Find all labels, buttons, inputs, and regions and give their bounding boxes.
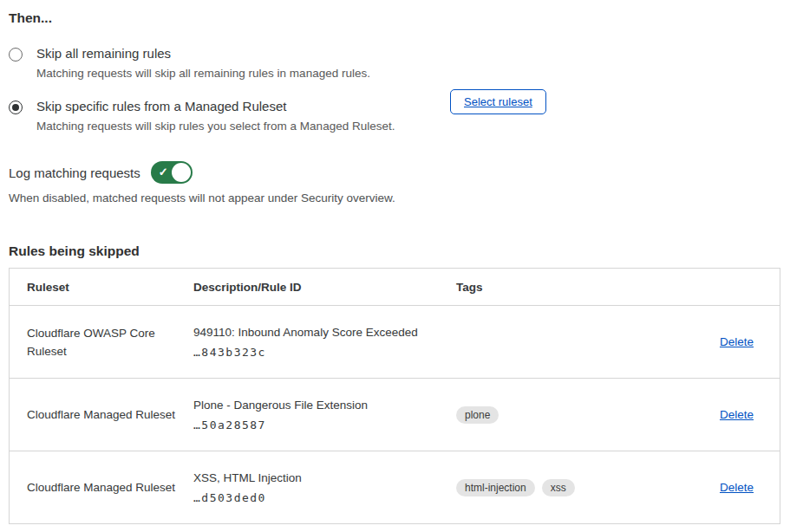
tag-pill: xss xyxy=(542,479,575,496)
rule-description: 949110: Inbound Anomaly Score Exceeded xyxy=(193,326,446,339)
tags-cell: plone xyxy=(456,406,689,424)
log-matching-requests-row: Log matching requests ✓ xyxy=(9,161,790,184)
delete-link[interactable]: Delete xyxy=(720,408,754,421)
then-section-title: Then... xyxy=(0,0,790,26)
ruleset-cell: Cloudflare OWASP Core Ruleset xyxy=(10,324,193,360)
rules-being-skipped-table: Ruleset Description/Rule ID Tags Cloudfl… xyxy=(9,268,780,524)
table-row: Cloudflare Managed Ruleset XSS, HTML Inj… xyxy=(10,451,780,523)
column-header-tags: Tags xyxy=(456,281,689,294)
ruleset-cell: Cloudflare Managed Ruleset xyxy=(10,405,193,424)
waf-rule-config-page: Then... Skip all remaining rules Matchin… xyxy=(0,0,790,532)
rule-description: Plone - Dangerous File Extension xyxy=(193,399,446,412)
column-header-ruleset: Ruleset xyxy=(10,281,193,294)
table-header-row: Ruleset Description/Rule ID Tags xyxy=(10,269,780,305)
option-label[interactable]: Skip specific rules from a Managed Rules… xyxy=(36,99,395,114)
radio-skip-specific-rules[interactable] xyxy=(9,101,23,114)
rule-description: XSS, HTML Injection xyxy=(193,471,446,484)
select-ruleset-button[interactable]: Select ruleset xyxy=(450,89,546,114)
table-row: Cloudflare Managed Ruleset Plone - Dange… xyxy=(10,378,780,451)
delete-link[interactable]: Delete xyxy=(720,335,754,348)
tag-pill: plone xyxy=(456,406,499,424)
log-toggle-description: When disabled, matched requests will not… xyxy=(9,191,790,204)
action-radio-group: Skip all remaining rules Matching reques… xyxy=(0,46,790,133)
log-toggle-switch[interactable]: ✓ xyxy=(151,161,193,184)
radio-skip-all-rules[interactable] xyxy=(9,48,23,62)
option-description: Matching requests will skip rules you se… xyxy=(36,120,395,133)
rule-id: …843b323c xyxy=(193,346,446,359)
tag-pill: html-injection xyxy=(456,479,535,496)
rules-table-body: Cloudflare OWASP Core Ruleset 949110: In… xyxy=(10,305,780,523)
toggle-knob xyxy=(172,163,191,182)
rule-id: …50a28587 xyxy=(193,418,446,431)
tags-cell: html-injectionxss xyxy=(456,479,689,496)
option-skip-specific-rules: Skip specific rules from a Managed Rules… xyxy=(9,99,790,133)
column-header-description: Description/Rule ID xyxy=(193,281,456,294)
delete-link[interactable]: Delete xyxy=(720,481,754,494)
option-label[interactable]: Skip all remaining rules xyxy=(36,46,370,61)
check-icon: ✓ xyxy=(159,165,168,179)
ruleset-cell: Cloudflare Managed Ruleset xyxy=(10,478,193,496)
rule-id: …d503ded0 xyxy=(193,491,446,504)
table-row: Cloudflare OWASP Core Ruleset 949110: In… xyxy=(10,305,780,378)
option-skip-all-rules: Skip all remaining rules Matching reques… xyxy=(9,46,790,80)
log-toggle-label: Log matching requests xyxy=(9,165,140,180)
rules-table-title: Rules being skipped xyxy=(9,243,790,259)
option-description: Matching requests will skip all remainin… xyxy=(36,67,370,80)
